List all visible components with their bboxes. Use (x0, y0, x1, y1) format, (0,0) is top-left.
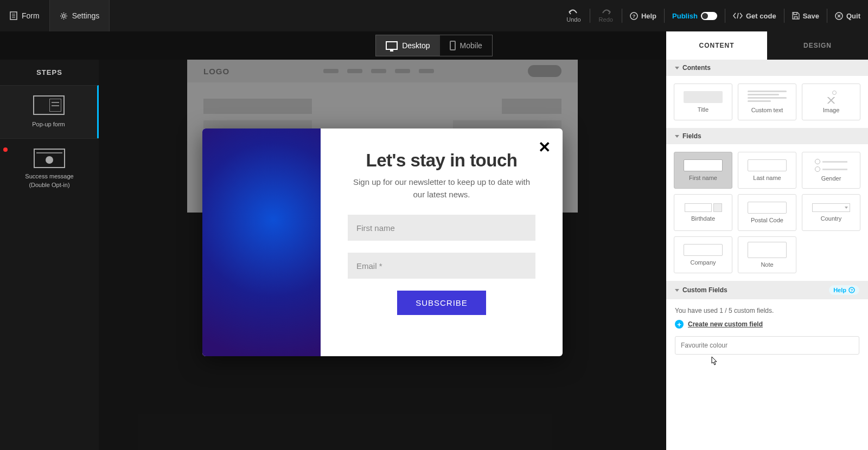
publish-toggle[interactable]: Publish (665, 0, 725, 31)
field-last-name[interactable]: Last name (738, 152, 796, 189)
popup-title[interactable]: Let's stay in touch (348, 150, 535, 171)
toggle-switch[interactable] (701, 12, 717, 20)
field-note[interactable]: Note (738, 236, 796, 273)
field-birthdate[interactable]: Birthdate (674, 194, 732, 231)
top-bar: Form Settings Undo Redo ? Help Publish (0, 0, 868, 31)
field-postal-label: Postal Code (751, 217, 783, 223)
tab-form[interactable]: Form (0, 0, 49, 31)
field-gender-label: Gender (821, 175, 841, 182)
field-firstname-label: First name (689, 175, 717, 181)
caret-down-icon (675, 135, 679, 138)
steps-sidebar: STEPS Pop-up form Success message (Doubl… (0, 60, 99, 450)
field-company-label: Company (690, 259, 716, 266)
create-custom-field-row: + Create new custom field (666, 320, 868, 336)
section-custom-label: Custom Fields (682, 286, 727, 294)
device-toggle: Desktop Mobile (375, 35, 493, 56)
popup-form-icon (33, 95, 65, 115)
close-circle-icon (835, 12, 843, 20)
section-help-badge[interactable]: Help ? (829, 285, 859, 295)
help-icon: ? (630, 12, 638, 20)
tab-form-label: Form (22, 11, 40, 20)
date-preview-icon (685, 203, 722, 212)
help-button[interactable]: ? Help (622, 0, 664, 31)
field-lastname-label: Last name (753, 175, 781, 181)
top-left-tabs: Form Settings (0, 0, 110, 31)
section-fields-label: Fields (682, 132, 701, 140)
help-circle-icon: ? (848, 287, 855, 293)
plus-icon[interactable]: + (675, 320, 684, 329)
section-contents-header[interactable]: Contents (666, 60, 868, 76)
card-title-label: Title (698, 106, 709, 113)
redo-label: Redo (599, 16, 613, 23)
field-first-name[interactable]: First name (674, 152, 732, 189)
step-success-message[interactable]: Success message (Double Opt-in) (0, 138, 99, 199)
textarea-preview-icon (748, 242, 787, 258)
card-title[interactable]: Title (674, 83, 732, 120)
input-preview-icon (684, 159, 723, 171)
popup-subtitle[interactable]: Sign up for our newsletter to keep up to… (348, 176, 535, 201)
input-preview-icon (748, 159, 787, 171)
field-gender[interactable]: Gender (802, 152, 860, 189)
step-success-label-2: (Double Opt-in) (5, 181, 93, 189)
field-company[interactable]: Company (674, 236, 732, 273)
popup-content-panel: ✕ Let's stay in touch Sign up for our ne… (321, 128, 563, 356)
input-preview-icon (748, 202, 787, 214)
create-custom-field-link[interactable]: Create new custom field (688, 320, 763, 328)
mobile-icon (450, 41, 456, 50)
svg-text:?: ? (633, 14, 636, 19)
undo-icon (568, 9, 579, 15)
field-birthdate-label: Birthdate (691, 215, 715, 222)
save-button[interactable]: Save (784, 0, 827, 31)
section-custom-fields-header[interactable]: Custom Fields Help ? (666, 281, 868, 299)
card-custom-text[interactable]: Custom text (738, 83, 796, 120)
section-fields-header[interactable]: Fields (666, 128, 868, 144)
field-country-label: Country (821, 215, 842, 222)
redo-icon (601, 9, 611, 15)
gear-icon (60, 12, 68, 20)
popup-firstname-input[interactable]: First name (348, 215, 535, 241)
contents-cards: Title Custom text Image (666, 76, 868, 128)
code-icon (733, 12, 743, 19)
custom-fields-usage: You have used 1 / 5 custom fields. (666, 299, 868, 320)
popup-image-panel[interactable] (202, 128, 321, 356)
right-panel-tabs: CONTENT DESIGN (666, 31, 868, 60)
title-preview-icon (684, 91, 723, 103)
redo-button[interactable]: Redo (590, 9, 622, 23)
device-mobile[interactable]: Mobile (440, 35, 492, 56)
alert-dot-icon (3, 147, 8, 152)
device-desktop[interactable]: Desktop (376, 35, 439, 56)
getcode-button[interactable]: Get code (725, 0, 784, 31)
right-panel-body: Contents Title Custom text Image Fields (666, 60, 868, 450)
form-icon (10, 11, 17, 20)
tab-settings[interactable]: Settings (49, 0, 110, 31)
help-label: Help (641, 12, 656, 20)
step-popup-label: Pop-up form (5, 120, 92, 128)
custom-field-name-input[interactable] (675, 336, 859, 355)
save-icon (792, 12, 800, 20)
step-success-label-1: Success message (5, 172, 93, 181)
select-preview-icon (812, 203, 850, 212)
field-note-label: Note (761, 261, 773, 268)
tab-settings-label: Settings (72, 11, 100, 20)
tab-content[interactable]: CONTENT (666, 31, 767, 60)
quit-button[interactable]: Quit (827, 0, 868, 31)
field-country[interactable]: Country (802, 194, 860, 231)
custom-field-name-wrap (675, 336, 859, 355)
undo-button[interactable]: Undo (558, 9, 589, 23)
popup-email-input[interactable]: Email * (348, 253, 535, 279)
undo-label: Undo (566, 16, 580, 23)
canvas: LOGO ✕ Let's stay in touch Sign up for o… (99, 60, 666, 450)
card-image[interactable]: Image (802, 83, 860, 120)
popup-subscribe-button[interactable]: SUBSCRIBE (397, 291, 486, 315)
popup-preview[interactable]: ✕ Let's stay in touch Sign up for our ne… (202, 128, 563, 356)
success-message-icon (34, 149, 65, 168)
tab-design[interactable]: DESIGN (767, 31, 868, 60)
svg-point-4 (62, 15, 65, 17)
card-image-label: Image (823, 107, 840, 113)
popup-close-button[interactable]: ✕ (538, 138, 551, 156)
desktop-label: Desktop (402, 41, 430, 50)
field-postal-code[interactable]: Postal Code (738, 194, 796, 231)
step-popup-form[interactable]: Pop-up form (0, 85, 99, 138)
mobile-label: Mobile (460, 41, 482, 50)
caret-down-icon (675, 289, 679, 292)
